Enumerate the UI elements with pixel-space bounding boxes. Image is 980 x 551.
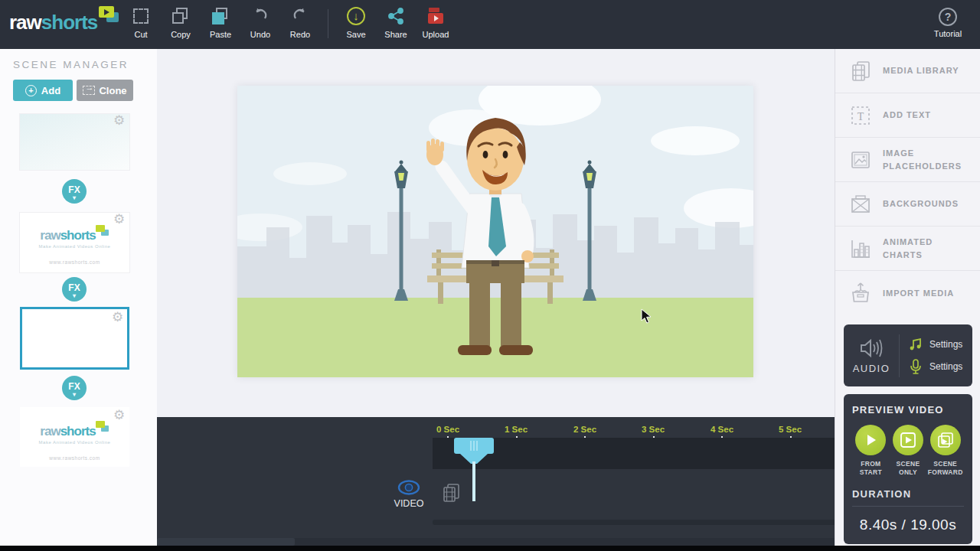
add-scene-button[interactable]: + Add [13,80,73,101]
scene-2-gear-icon[interactable]: ⚙ [112,212,126,227]
mouse-cursor [641,308,652,324]
slide-url: www.rawshorts.com [20,455,129,461]
scene-3-fx-badge[interactable]: FX [62,376,87,400]
copy-button[interactable]: Copy [161,6,201,39]
youtube-upload-icon [426,6,446,26]
slide-logo-bubble-icon [96,421,109,433]
app-logo: rawshorts [9,11,122,34]
ruler-label-5s: 5 Sec [767,425,813,434]
play-scene-forward-button[interactable]: SCENE FORWARD [926,425,964,478]
toolbar-divider [328,9,328,38]
video-track[interactable] [433,438,873,469]
ruler-label-4s: 4 Sec [699,425,745,434]
copy-icon [172,8,189,24]
tutorial-label: Tutorial [934,29,962,38]
redo-button[interactable]: Redo [280,6,320,39]
save-icon: ↓ [347,7,365,25]
upload-label: Upload [423,30,449,39]
duration-value: 8.40s / 19.00s [852,517,964,533]
audio-button[interactable]: AUDIO [844,337,899,374]
playhead-line[interactable] [472,461,475,501]
speaker-icon [858,337,884,359]
save-button[interactable]: ↓ Save [336,6,376,39]
paste-button[interactable]: Paste [201,6,240,39]
clone-scene-button[interactable]: Clone [77,80,133,101]
copy-label: Copy [171,30,191,39]
import-media-button[interactable]: IMPORT MEDIA [835,271,980,315]
cut-icon [133,8,149,24]
scene-2-fx-badge[interactable]: FX [62,277,87,302]
tutorial-button[interactable]: ? Tutorial [925,8,971,38]
question-icon: ? [939,8,957,26]
slide-tagline: Make Animated Videos Online [20,244,129,249]
voice-settings-button[interactable]: Settings [909,359,972,374]
paste-icon [212,8,229,24]
undo-label: Undo [250,30,270,39]
image-placeholders-button[interactable]: IMAGE PLACEHOLDERS [835,138,980,182]
redo-label: Redo [290,30,310,39]
ruler-label-2s: 2 Sec [562,425,608,434]
slide-url: www.rawshorts.com [20,259,129,265]
redo-icon [291,6,309,26]
undo-button[interactable]: Undo [240,6,280,39]
play-icon [855,425,886,455]
animated-charts-button[interactable]: ANIMATED CHARTS [835,227,980,271]
scene-manager-title: SCENE MANAGER [13,59,129,70]
bottom-black-bar [0,546,980,551]
timeline-scrollbar[interactable] [433,520,873,525]
play-scene-only-button[interactable]: SCENE ONLY [890,425,927,478]
park-scene-illustration [237,86,753,377]
scene-canvas[interactable] [237,86,753,377]
cut-button[interactable]: Cut [121,6,161,39]
music-settings-label: Settings [929,339,962,350]
play-scenes-forward-icon [930,425,961,455]
scene-1-gear-icon[interactable]: ⚙ [112,113,126,128]
ruler-label-0s: 0 Sec [425,425,471,434]
duration-divider [852,506,964,507]
logo-shorts: shorts [41,11,97,34]
upload-button[interactable]: Upload [416,6,456,39]
cut-label: Cut [134,30,147,39]
clone-icon [83,86,95,95]
scene-3-gear-icon[interactable]: ⚙ [110,310,125,324]
add-text-icon: T [849,104,872,127]
backgrounds-button[interactable]: BACKGROUNDS [835,182,980,227]
clone-label: Clone [99,85,126,96]
slide-logo-bubble-icon [96,225,109,237]
music-settings-button[interactable]: Settings [909,337,972,351]
audio-label: AUDIO [844,363,899,374]
slide-logo-shorts: shorts [60,424,96,439]
slide-logo-raw: raw [40,228,60,243]
svg-text:T: T [858,110,864,122]
slide-tagline: Make Animated Videos Online [20,440,129,445]
top-toolbar: rawshorts Cut Copy Paste Undo Redo [0,0,980,49]
slide-logo-raw: raw [40,424,60,439]
video-track-label: VIDEO [389,498,429,509]
media-library-label: MEDIA LIBRARY [883,64,969,77]
save-label: Save [346,30,365,39]
media-library-button[interactable]: MEDIA LIBRARY [835,49,980,93]
scene-1-fx-badge[interactable]: FX [62,179,87,204]
ruler-label-3s: 3 Sec [630,425,676,434]
preview-video-title: PREVIEW VIDEO [852,404,964,416]
visibility-eye-toggle[interactable] [397,480,420,495]
image-placeholders-label: IMAGE PLACEHOLDERS [883,147,969,172]
timeline-bottom-scroll-thumb[interactable] [157,538,295,546]
playhead-handle[interactable] [454,438,494,454]
scene-manager-panel: SCENE MANAGER + Add Clone ⚙ FX rawshorts… [0,49,157,546]
media-clip-icon[interactable] [440,482,462,504]
play-from-start-button[interactable]: FROM START [852,425,890,478]
timeline-bottom-scroll-track [157,538,835,546]
voice-settings-label: Settings [929,361,962,372]
logo-bubble-icon [99,6,122,26]
paste-label: Paste [210,30,231,39]
add-text-button[interactable]: T ADD TEXT [835,93,980,138]
editor-canvas-area[interactable] [157,49,835,417]
assets-panel: MEDIA LIBRARY T ADD TEXT IMAGE PLACEHOLD… [835,49,980,546]
ruler-label-1s: 1 Sec [493,425,539,434]
scene-4-gear-icon[interactable]: ⚙ [112,408,126,422]
scene-4-preview: rawshorts Make Animated Videos Online ww… [20,424,129,461]
share-button[interactable]: Share [376,6,416,39]
logo-raw: raw [9,11,41,34]
bar-chart-icon [849,237,872,260]
